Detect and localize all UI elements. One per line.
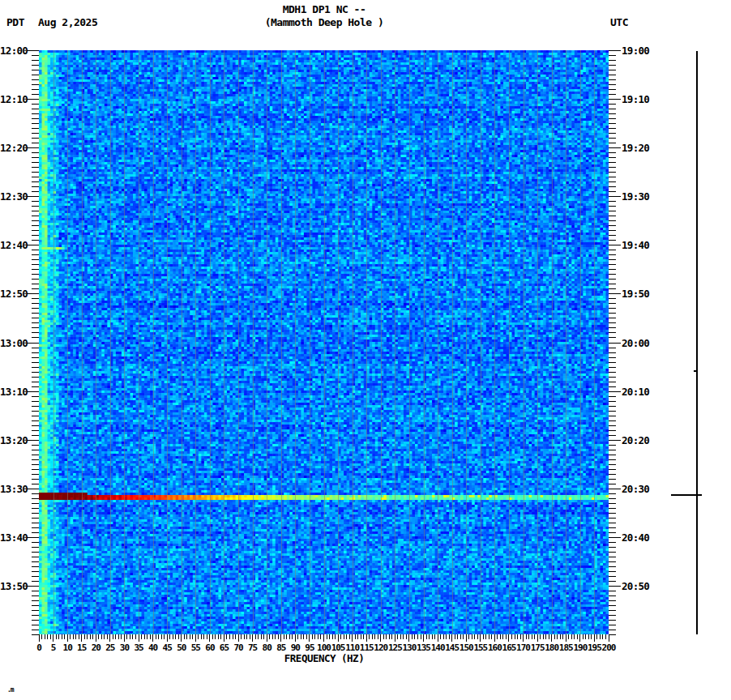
left-minor-tick [32,206,39,207]
right-minor-tick [609,264,616,265]
left-minor-tick [32,181,39,182]
freq-minor-tick [389,634,390,639]
right-minor-tick [609,450,616,450]
left-minor-tick [32,186,39,187]
left-minor-tick [32,469,39,470]
freq-major-tick [438,634,438,642]
freq-minor-tick [212,634,213,639]
freq-minor-tick [554,634,555,639]
freq-major-tick [309,634,310,642]
left-minor-tick [32,274,39,275]
right-minor-tick [609,630,616,630]
freq-major-tick [53,634,53,642]
right-minor-tick [609,547,616,548]
right-minor-tick [609,362,616,363]
right-major-tick [609,586,621,587]
left-minor-tick [32,235,39,236]
freq-minor-tick [98,634,99,639]
right-minor-tick [609,430,616,431]
right-minor-tick [609,322,616,323]
left-minor-tick [32,552,39,553]
left-time-label: 12:30 [0,191,24,202]
right-minor-tick [609,503,616,504]
freq-minor-tick [502,634,503,639]
left-minor-tick [32,411,39,412]
left-minor-tick [32,386,39,387]
freq-minor-tick [161,634,162,639]
left-minor-tick [32,406,39,407]
right-minor-tick [609,386,616,387]
right-minor-tick [609,337,616,338]
right-minor-tick [609,143,616,143]
freq-minor-tick [386,634,387,639]
right-minor-tick [609,484,616,484]
left-minor-tick [32,459,39,460]
freq-tick-label: 55 [191,643,200,652]
left-minor-tick [32,605,39,606]
freq-minor-tick [426,634,427,639]
station-subtitle: (Mammoth Deep Hole ) [39,16,609,28]
left-minor-tick [32,313,39,314]
left-minor-tick [32,308,39,309]
freq-major-tick [408,634,409,642]
right-minor-tick [609,201,616,202]
event-spike-marker [671,494,702,496]
freq-minor-tick [474,634,475,639]
right-minor-tick [609,348,616,348]
left-minor-tick [32,610,39,611]
left-minor-tick [32,464,39,465]
freq-minor-tick [378,634,378,639]
freq-minor-tick [443,634,444,639]
right-minor-tick [609,396,616,397]
freq-minor-tick [511,634,512,639]
freq-major-tick [195,634,196,642]
right-minor-tick [609,235,616,236]
freq-minor-tick [434,634,435,639]
freq-tick-label: 95 [305,643,314,652]
freq-minor-tick [292,634,293,639]
freq-tick-label: 90 [291,643,300,652]
freq-tick-label: 200 [602,643,616,652]
left-major-tick [27,293,39,294]
right-major-tick [609,50,621,51]
freq-minor-tick [369,634,370,639]
freq-minor-tick [585,634,586,639]
freq-tick-label: 120 [374,643,387,652]
freq-tick-label: 125 [388,643,402,652]
left-minor-tick [32,318,39,318]
left-minor-tick [32,259,39,260]
freq-minor-tick [201,634,202,639]
freq-minor-tick [297,634,298,639]
left-time-label: 12:20 [0,143,24,153]
freq-major-tick [338,634,339,642]
freq-minor-tick [250,634,250,639]
freq-minor-tick [56,634,57,639]
freq-major-tick [609,634,609,642]
left-minor-tick [32,303,39,304]
right-time-label: 20:50 [622,581,649,591]
right-minor-tick [609,177,616,177]
left-minor-tick [32,532,39,533]
right-time-label: 19:30 [622,191,649,202]
left-time-label: 13:50 [0,581,24,591]
freq-minor-tick [491,634,492,639]
left-minor-tick [32,362,39,363]
freq-major-tick [224,634,224,642]
freq-tick-label: 165 [502,643,516,652]
right-minor-tick [609,327,616,328]
freq-major-tick [280,634,281,642]
freq-tick-label: 195 [588,643,601,652]
right-minor-tick [609,84,616,85]
left-major-tick [27,147,39,148]
right-minor-tick [609,610,616,611]
freq-minor-tick [489,634,489,639]
right-minor-tick [609,279,616,280]
freq-minor-tick [272,634,273,639]
freq-minor-tick [269,634,270,639]
left-minor-tick [32,615,39,616]
freq-minor-tick [75,634,76,639]
right-minor-tick [609,240,616,241]
freq-major-tick [167,634,168,642]
freq-tick-label: 160 [488,643,502,652]
left-minor-tick [32,523,39,523]
